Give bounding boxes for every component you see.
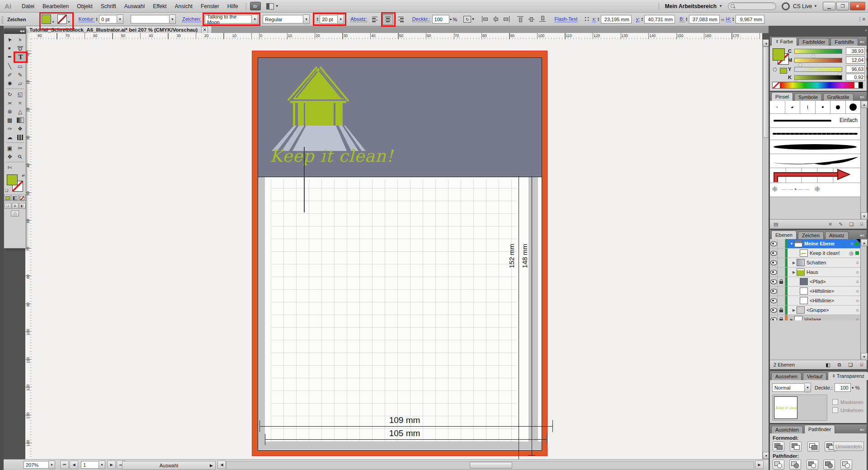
panel-menu-icon[interactable]: ▾≡: [860, 40, 867, 46]
layer-row-hilfslinie-1[interactable]: <Hilfslinie> ○: [770, 287, 861, 296]
brush-row-arrow[interactable]: [770, 168, 860, 183]
scroll-down-icon[interactable]: ▼: [861, 353, 868, 360]
brush-item[interactable]: [785, 101, 801, 113]
brush-scrollbar[interactable]: ▲ ▼: [860, 101, 867, 220]
height-stepper[interactable]: ▲▼: [732, 17, 735, 22]
chevron-right-icon[interactable]: ▸: [852, 385, 854, 390]
search-input[interactable]: [728, 2, 776, 10]
black-swatch[interactable]: [859, 82, 863, 88]
chevron-down-icon[interactable]: ▼: [99, 461, 105, 469]
layer-thumbnail[interactable]: [800, 297, 808, 304]
layer-row-haus[interactable]: ▶ Haus ○: [770, 268, 861, 277]
cyan-slider[interactable]: [794, 49, 842, 54]
align-vertical-bottom-icon[interactable]: [539, 16, 546, 22]
paint-gradient-button[interactable]: [11, 195, 18, 201]
menu-bearbeiten[interactable]: Bearbeiten: [38, 0, 73, 12]
draw-inside-button[interactable]: ◧: [19, 203, 26, 209]
chevron-down-icon[interactable]: ▼: [117, 14, 123, 24]
layer-thumbnail[interactable]: [800, 287, 808, 295]
chevron-down-icon[interactable]: ▼: [805, 383, 811, 392]
direct-selection-tool[interactable]: ➣: [15, 35, 25, 44]
fill-color-well[interactable]: [7, 174, 18, 185]
pen-tool[interactable]: ✒: [5, 52, 15, 61]
menu-datei[interactable]: Datei: [18, 0, 38, 12]
vertical-ruler[interactable]: 0102030405060708090100110120130140: [25, 39, 32, 459]
layer-thumbnail[interactable]: [794, 240, 802, 247]
rotate-tool[interactable]: ↻: [5, 90, 15, 99]
color-spectrum-bar[interactable]: [772, 82, 863, 89]
chevron-down-icon[interactable]: ▼: [471, 17, 475, 21]
absatz-link[interactable]: Absatz:: [350, 16, 367, 22]
chevron-down-icon[interactable]: ▼: [303, 14, 310, 24]
close-button[interactable]: ✕: [850, 2, 865, 10]
zoom-tool[interactable]: ⚲: [15, 152, 25, 161]
visibility-toggle[interactable]: [770, 277, 778, 286]
visibility-toggle[interactable]: [770, 296, 778, 305]
width-stepper[interactable]: ▲▼: [685, 17, 688, 22]
brush-options-icon[interactable]: ✎: [839, 221, 843, 227]
merge-button[interactable]: [807, 460, 818, 470]
artboard[interactable]: Keep it clean!: [252, 51, 547, 456]
panel-menu-icon[interactable]: ▾≡: [860, 95, 867, 101]
channel-value[interactable]: 96,63: [846, 66, 865, 73]
chevron-down-icon[interactable]: ▼: [49, 461, 55, 469]
layer-row-pfad[interactable]: <Pfad> ○: [770, 277, 861, 287]
trim-button[interactable]: [789, 460, 801, 470]
status-indicator[interactable]: Auswahl ▶: [122, 461, 216, 470]
blend-tool[interactable]: ❖: [15, 124, 25, 133]
brush-row-einfach[interactable]: Einfach: [770, 114, 860, 128]
ruler-origin-box[interactable]: [25, 33, 32, 40]
menu-effekt[interactable]: Effekt: [149, 0, 170, 12]
width-tool[interactable]: ≍: [5, 99, 15, 107]
align-vertical-top-icon[interactable]: [517, 16, 524, 22]
tab-zeichen[interactable]: Zeichen: [798, 231, 824, 239]
visibility-toggle[interactable]: [770, 287, 778, 296]
delete-layer-icon[interactable]: ⍌: [860, 362, 863, 368]
new-brush-icon[interactable]: ❏: [849, 221, 854, 227]
layer-row-keep-it-clean[interactable]: Keep it clean! ◎: [770, 249, 861, 258]
control-bar-menu-icon[interactable]: ⋮≡: [858, 16, 865, 22]
default-fill-stroke-icon[interactable]: ❏: [5, 188, 8, 193]
tab-grafikstile[interactable]: Grafikstile: [823, 93, 854, 101]
arrange-documents-button[interactable]: ▼: [266, 3, 279, 9]
horizontal-scrollbar[interactable]: [226, 461, 754, 470]
lock-toggle[interactable]: [778, 287, 785, 296]
unite-button[interactable]: [773, 442, 784, 451]
white-swatch[interactable]: [854, 82, 859, 88]
tab-farbe[interactable]: ⇕Farbe: [771, 37, 797, 46]
new-sublayer-icon[interactable]: ⧉: [838, 362, 841, 368]
menu-ansicht[interactable]: Ansicht: [171, 0, 197, 12]
opacity-field[interactable]: 100: [835, 383, 851, 392]
menu-hilfe[interactable]: Hilfe: [223, 0, 242, 12]
umkehren-checkbox[interactable]: [832, 407, 838, 413]
vertical-scrollbar[interactable]: ▲ ▼: [762, 39, 769, 459]
selection-tool[interactable]: ➤: [5, 35, 15, 44]
layer-thumbnail[interactable]: [800, 278, 808, 285]
tab-symbole[interactable]: Symbole: [794, 93, 822, 101]
hand-tool[interactable]: ✥: [5, 152, 15, 161]
flash-text-link[interactable]: Flash-Text: [555, 16, 578, 22]
channel-value[interactable]: 38,93: [846, 47, 865, 55]
eraser-tool[interactable]: ▱: [15, 79, 25, 88]
bridge-button[interactable]: Br: [250, 2, 261, 10]
brush-libraries-icon[interactable]: ▤: [774, 221, 778, 227]
visibility-toggle[interactable]: [770, 268, 778, 277]
brush-item[interactable]: [816, 101, 831, 113]
tab-transparenz[interactable]: ⇕Transparenz: [828, 371, 868, 380]
intersect-button[interactable]: [807, 442, 819, 451]
x-field[interactable]: 23,195 mm: [601, 15, 632, 24]
align-horizontal-left-icon[interactable]: [481, 16, 488, 22]
make-clipping-mask-icon[interactable]: ◧: [826, 362, 830, 368]
brush-row-swoosh[interactable]: [770, 154, 860, 168]
in-gamut-swatch[interactable]: [780, 68, 787, 74]
zeichen-link[interactable]: Zeichen:: [182, 16, 201, 22]
mesh-tool[interactable]: ▦: [5, 116, 15, 124]
minus-front-button[interactable]: [790, 442, 802, 451]
chevron-down-icon[interactable]: ▼: [170, 14, 176, 24]
brush-item[interactable]: [800, 101, 816, 113]
chevron-down-icon[interactable]: ▼: [51, 15, 56, 24]
expand-icon[interactable]: ▶: [791, 308, 797, 312]
brush-row-calligraphic[interactable]: [770, 101, 860, 114]
outline-button[interactable]: [840, 460, 852, 470]
swap-fill-stroke-icon[interactable]: ⇄: [22, 174, 25, 178]
